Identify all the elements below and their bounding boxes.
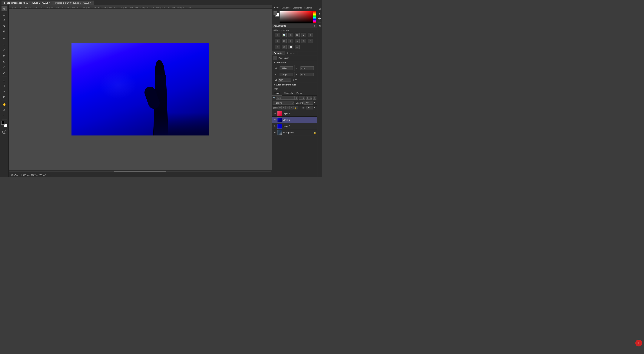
layers-search-input[interactable] — [276, 96, 295, 100]
width-input[interactable] — [280, 66, 293, 70]
close-icon[interactable]: ✕ — [49, 2, 50, 4]
path-select-tool[interactable]: ↖ — [2, 89, 7, 94]
move-tool[interactable]: ✛ — [2, 6, 7, 11]
color-tab-gradients[interactable]: Gradients — [292, 6, 302, 9]
filter-by-name-btn[interactable]: ✏ — [298, 96, 302, 100]
filter-by-attr-btn[interactable]: ◻ — [309, 96, 312, 100]
angle-input[interactable] — [278, 78, 291, 82]
curves-adj[interactable]: ⊞ — [288, 33, 293, 37]
channel-mixer-adj[interactable]: ⊙ — [295, 39, 300, 43]
clone-tool[interactable]: ◎ — [2, 53, 7, 58]
blend-mode-select[interactable]: Normal Dissolve Multiply Screen Overlay … — [273, 101, 294, 105]
black-white-adj[interactable]: ▣ — [282, 39, 286, 43]
lock-icon-btn[interactable]: 🔒 — [294, 106, 298, 110]
tab-untitled[interactable]: Untitled-1 @ 200% (Layer 6, RGB/8) ✕ — [53, 0, 94, 5]
pen-tool[interactable]: △ — [2, 77, 7, 83]
shape-tool[interactable]: ◻ — [2, 94, 7, 100]
photo-filter-adj[interactable]: ◎ — [288, 39, 293, 43]
lock-pixels-btn[interactable]: ⊞ — [278, 106, 282, 110]
strip-icon-1[interactable]: ⊞ — [318, 7, 322, 11]
levels-adj[interactable]: 📊 — [282, 33, 286, 37]
color-lookup-adj[interactable]: ⊞ — [301, 39, 306, 43]
tab-blending-modes[interactable]: blending modes.psd @ 66.7% (Layer 1, RGB… — [2, 0, 53, 5]
gradient-map-adj[interactable]: ⬜ — [288, 45, 293, 49]
scroll-track[interactable] — [10, 171, 271, 172]
flip-h-icon[interactable]: ⇔ — [295, 78, 297, 81]
hue-bar[interactable] — [313, 11, 316, 23]
tab-properties[interactable]: Properties — [272, 51, 286, 55]
crop-tool[interactable]: ⊡ — [2, 29, 7, 34]
lock-position-btn[interactable]: ✏ — [282, 106, 286, 110]
transform-header[interactable]: ▼ Transform — [272, 61, 317, 64]
quick-mask-btn[interactable]: ⊙ — [1, 129, 7, 135]
tab-libraries[interactable]: Libraries — [286, 51, 297, 55]
vibrance-adj[interactable]: ◭ — [301, 33, 306, 37]
lock-artboard-btn[interactable]: ⊡ — [286, 106, 290, 110]
brush-tool[interactable]: ⊘ — [2, 47, 7, 53]
layer1-visibility-toggle[interactable]: 👁 — [273, 118, 276, 122]
strip-icon-2[interactable]: ▶ — [318, 12, 322, 16]
dodge-tool[interactable]: △ — [2, 70, 7, 75]
color-swatches[interactable] — [1, 121, 7, 127]
fill-input[interactable] — [306, 106, 313, 110]
hand-tool[interactable]: ✋ — [2, 102, 7, 107]
exposure-adj[interactable]: 🖼 — [295, 33, 300, 37]
color-tab-swatches[interactable]: Swatches — [281, 6, 291, 9]
color-tab-color[interactable]: Color — [274, 6, 280, 9]
layer-item-layer3[interactable]: 👁 Layer 3 — [272, 110, 317, 116]
x-input[interactable] — [300, 66, 314, 70]
tab-layers[interactable]: Layers — [272, 91, 282, 96]
fill-dropdown-icon[interactable]: ▼ — [314, 106, 316, 109]
background-visibility-toggle[interactable]: 👁 — [273, 131, 276, 134]
adjustments-header[interactable]: Adjustments ▼ — [272, 24, 317, 28]
marquee-tool[interactable]: ⬚ — [2, 12, 7, 17]
opacity-dropdown-icon[interactable]: ▼ — [314, 102, 316, 104]
strip-icon-ai[interactable]: AI — [318, 24, 322, 28]
scroll-thumb[interactable] — [114, 171, 166, 172]
color-balance-adj[interactable]: ⊛ — [275, 39, 280, 43]
flip-icon[interactable]: ⇕ — [292, 78, 294, 81]
hsl-adj[interactable]: ⊟ — [308, 33, 313, 37]
filter-by-type-btn[interactable]: T — [295, 96, 298, 100]
more-tools[interactable]: ··· — [2, 113, 7, 118]
foreground-swatch[interactable] — [274, 11, 277, 15]
layer3-visibility-toggle[interactable]: 👁 — [273, 112, 276, 115]
filter-by-effect-btn[interactable]: ⊙ — [302, 96, 306, 100]
layer-item-background[interactable]: 👁 Background 🔒 — [272, 130, 317, 136]
quick-select-tool[interactable]: ⊛ — [2, 23, 7, 28]
filter-by-mode-btn[interactable]: ⊞ — [306, 96, 309, 100]
strip-icon-3[interactable]: 💬 — [318, 16, 322, 21]
eraser-tool[interactable]: ◻ — [2, 59, 7, 64]
foreground-color-swatch[interactable] — [1, 121, 5, 124]
layer2-visibility-toggle[interactable]: 👁 — [273, 124, 276, 128]
tab-channels[interactable]: Channels — [282, 91, 294, 96]
color-gradient[interactable] — [280, 11, 312, 23]
brightness-adj[interactable]: ☀ — [275, 33, 280, 37]
layer-item-layer1[interactable]: 👁 Layer 1 — [272, 116, 317, 123]
lasso-tool[interactable]: ⊂ — [2, 17, 7, 23]
y-input[interactable] — [300, 73, 314, 76]
selective-color-adj[interactable]: ▭ — [295, 45, 300, 49]
align-header[interactable]: ▼ Align and Distribute — [272, 83, 317, 86]
threshold-adj[interactable]: ⊡ — [282, 45, 286, 49]
adjustments-expand-icon[interactable]: ▼ — [314, 25, 316, 27]
layer-item-layer2[interactable]: 👁 Layer 2 — [272, 123, 317, 130]
smudge-tool[interactable]: ⊙ — [2, 64, 7, 70]
tab-paths[interactable]: Paths — [295, 91, 304, 96]
height-input[interactable] — [280, 73, 293, 76]
zoom-tool[interactable]: ⊕ — [2, 107, 7, 113]
invert-adj[interactable]: ⬚ — [308, 39, 313, 43]
color-swatch-pair[interactable] — [274, 11, 279, 16]
canvas-container[interactable] — [9, 9, 272, 170]
posterize-adj[interactable]: ⊘ — [275, 45, 280, 49]
status-arrow[interactable]: › — [50, 174, 50, 176]
horizontal-scrollbar[interactable] — [9, 170, 272, 173]
filter-by-color-btn[interactable]: ◎ — [313, 96, 316, 100]
lock-all-btn[interactable]: ⊛ — [290, 106, 294, 110]
canvas-document[interactable] — [72, 43, 209, 136]
text-tool[interactable]: T — [2, 83, 7, 88]
opacity-input[interactable] — [304, 101, 313, 104]
eyedropper-tool[interactable]: ✏ — [2, 36, 7, 41]
color-tab-patterns[interactable]: Patterns — [303, 6, 312, 9]
close-icon[interactable]: ✕ — [90, 2, 92, 4]
